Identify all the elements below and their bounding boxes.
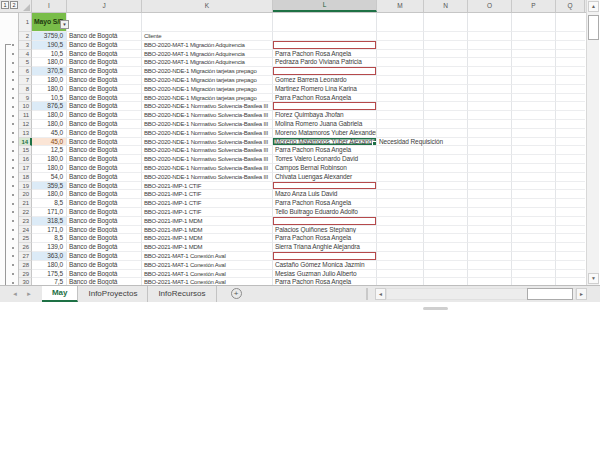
add-sheet-button[interactable]: + <box>231 288 242 299</box>
cell-M11[interactable] <box>377 111 424 120</box>
cell-M16[interactable] <box>377 155 424 164</box>
cell-I8[interactable]: 180,0 <box>32 85 67 94</box>
cell-M2[interactable] <box>377 32 424 41</box>
cell-N30[interactable] <box>424 278 468 285</box>
cell-K9[interactable]: BBO-2020-NDE-1 Migración tarjetas prepag… <box>142 94 273 103</box>
cell-M13[interactable] <box>377 129 424 138</box>
cell-K7[interactable]: BBO-2020-NDE-1 Migración tarjetas prepag… <box>142 76 273 85</box>
column-header-K[interactable]: K <box>142 0 273 12</box>
cell-I21[interactable]: 8,5 <box>32 199 67 208</box>
cell-L17[interactable]: Campos Bernal Robinson <box>273 164 377 173</box>
column-header-M[interactable]: M <box>377 0 424 12</box>
cell-K19[interactable]: BBO-2021-IMP-1 CTIF <box>142 182 273 191</box>
cell-I18[interactable]: 54,0 <box>32 173 67 182</box>
cell-J28[interactable]: Banco de Bogotá <box>67 261 142 270</box>
cell-L28[interactable]: Castaño Gómez Monica Jazmin <box>273 261 377 270</box>
cell-P19[interactable] <box>512 182 556 191</box>
cell-J3[interactable]: Banco de Bogotá <box>67 41 142 50</box>
cell-J30[interactable]: Banco de Bogotá <box>67 278 142 285</box>
cell-I4[interactable]: 10,5 <box>32 50 67 59</box>
cell-N21[interactable] <box>424 199 468 208</box>
cell-P14[interactable] <box>512 138 556 147</box>
cell-I30[interactable]: 7,5 <box>32 278 67 285</box>
cell-J22[interactable]: Banco de Bogotá <box>67 208 142 217</box>
cell-K8[interactable]: BBO-2020-NDE-1 Migración tarjetas prepag… <box>142 85 273 94</box>
cell-N7[interactable] <box>424 76 468 85</box>
cell-P13[interactable] <box>512 129 556 138</box>
cell-P1[interactable] <box>512 13 556 32</box>
cell-I22[interactable]: 171,0 <box>32 208 67 217</box>
cell-I9[interactable]: 10,5 <box>32 94 67 103</box>
cell-N16[interactable] <box>424 155 468 164</box>
cell-M22[interactable] <box>377 208 424 217</box>
cell-K26[interactable]: BBO-2021-IMP-1 MDM <box>142 243 273 252</box>
cell-Q23[interactable] <box>556 217 585 226</box>
row-header-2[interactable]: 2 <box>19 32 32 41</box>
cell-M18[interactable] <box>377 173 424 182</box>
cell-P6[interactable] <box>512 67 556 76</box>
cell-P9[interactable] <box>512 94 556 103</box>
row-header-7[interactable]: 7 <box>19 76 32 85</box>
row-header-22[interactable]: 22 <box>19 208 32 217</box>
row-header-15[interactable]: 15 <box>19 146 32 155</box>
cell-I15[interactable]: 12,5 <box>32 146 67 155</box>
filter-dropdown-icon[interactable]: ▼ <box>60 20 69 29</box>
cell-Q12[interactable] <box>556 120 585 129</box>
cell-J11[interactable]: Banco de Bogotá <box>67 111 142 120</box>
cell-L4[interactable]: Parra Pachon Rosa Angela <box>273 50 377 59</box>
cell-O14[interactable] <box>468 138 512 147</box>
cell-O7[interactable] <box>468 76 512 85</box>
cell-L14[interactable]: Moreno Matamoros Yuber Alexander <box>273 138 377 147</box>
cell-N11[interactable] <box>424 111 468 120</box>
cell-Q2[interactable] <box>556 32 585 41</box>
cell-I24[interactable]: 171,0 <box>32 226 67 235</box>
cell-J13[interactable]: Banco de Bogotá <box>67 129 142 138</box>
cell-J27[interactable]: Banco de Bogotá <box>67 252 142 261</box>
cell-P11[interactable] <box>512 111 556 120</box>
cell-P23[interactable] <box>512 217 556 226</box>
cell-I16[interactable]: 180,0 <box>32 155 67 164</box>
cell-K27[interactable]: BBO-2021-MAT-1 Conexión Aval <box>142 252 273 261</box>
cell-N18[interactable] <box>424 173 468 182</box>
cell-J4[interactable]: Banco de Bogotá <box>67 50 142 59</box>
scroll-down-icon[interactable]: ▼ <box>588 273 599 284</box>
cell-O13[interactable] <box>468 129 512 138</box>
cell-O2[interactable] <box>468 32 512 41</box>
cell-K21[interactable]: BBO-2021-IMP-1 CTIF <box>142 199 273 208</box>
row-header-10[interactable]: 10 <box>19 102 32 111</box>
cell-P17[interactable] <box>512 164 556 173</box>
cell-O25[interactable] <box>468 234 512 243</box>
cell-K12[interactable]: BBO-2020-NDE-1 Normativo Solvencia-Basil… <box>142 120 273 129</box>
cell-P4[interactable] <box>512 50 556 59</box>
cell-J14[interactable]: Banco de Bogotá <box>67 138 142 147</box>
cell-L2[interactable] <box>273 32 377 41</box>
cell-I23[interactable]: 318,5 <box>32 217 67 226</box>
cell-K6[interactable]: BBO-2020-NDE-1 Migración tarjetas prepag… <box>142 67 273 76</box>
cell-K17[interactable]: BBO-2020-NDE-1 Normativo Solvencia-Basil… <box>142 164 273 173</box>
cell-I14[interactable]: 45,0 <box>32 138 67 147</box>
cell-P22[interactable] <box>512 208 556 217</box>
cell-O15[interactable] <box>468 146 512 155</box>
cell-J8[interactable]: Banco de Bogotá <box>67 85 142 94</box>
cell-M29[interactable] <box>377 270 424 279</box>
row-header-23[interactable]: 23 <box>19 217 32 226</box>
cell-M14[interactable]: Necesidad Requisición <box>377 138 424 147</box>
cell-I19[interactable]: 359,5 <box>32 182 67 191</box>
cell-I11[interactable]: 180,0 <box>32 111 67 120</box>
cell-J19[interactable]: Banco de Bogotá <box>67 182 142 191</box>
cell-O16[interactable] <box>468 155 512 164</box>
cell-P2[interactable] <box>512 32 556 41</box>
cell-L7[interactable]: Gomez Barrera Leonardo <box>273 76 377 85</box>
cell-K3[interactable]: BBO-2020-MAT-1 Migración Adquirencia <box>142 41 273 50</box>
cell-L29[interactable]: Mesias Guzman Julio Alberto <box>273 270 377 279</box>
cell-N19[interactable] <box>424 182 468 191</box>
cell-M28[interactable] <box>377 261 424 270</box>
cell-Q18[interactable] <box>556 173 585 182</box>
cell-K4[interactable]: BBO-2020-MAT-1 Migración Adquirencia <box>142 50 273 59</box>
cell-N20[interactable] <box>424 190 468 199</box>
cell-N24[interactable] <box>424 226 468 235</box>
cell-N9[interactable] <box>424 94 468 103</box>
cell-M7[interactable] <box>377 76 424 85</box>
row-header-21[interactable]: 21 <box>19 199 32 208</box>
cell-M17[interactable] <box>377 164 424 173</box>
